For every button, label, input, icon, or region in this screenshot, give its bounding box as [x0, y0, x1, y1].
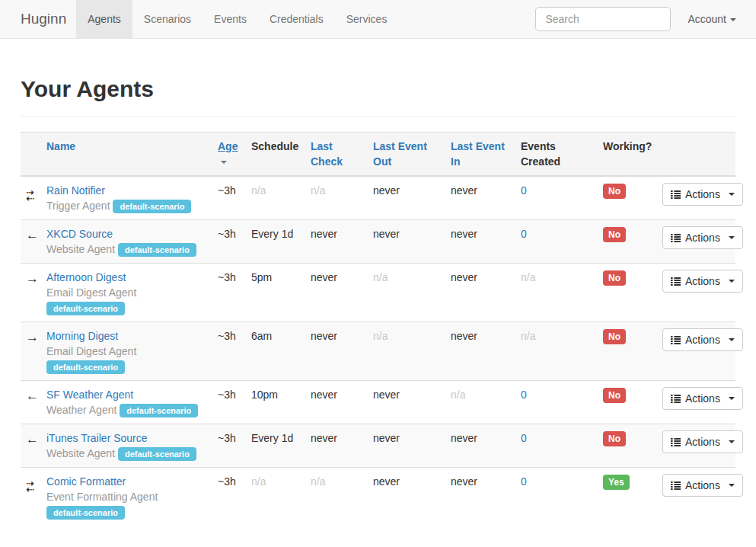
actions-button[interactable]: Actions	[662, 270, 743, 293]
column-header-name[interactable]: Name	[40, 133, 212, 177]
events-count-link[interactable]: 0	[521, 389, 527, 401]
sort-desc-icon	[221, 161, 227, 164]
cell-schedule: 5pm	[245, 264, 305, 322]
nav-item-services[interactable]: Services	[335, 0, 399, 38]
actions-button[interactable]: Actions	[662, 183, 743, 206]
cell-value: n/a	[373, 271, 388, 283]
list-icon	[671, 438, 681, 446]
cell-last-event-in: n/a	[445, 381, 515, 424]
cell-value: never	[373, 432, 400, 444]
cell-value: never	[311, 432, 337, 444]
actions-button[interactable]: Actions	[662, 474, 743, 497]
working-badge: No	[603, 329, 626, 344]
column-header-last-check[interactable]: Last Check	[305, 133, 367, 177]
actions-button-label: Actions	[685, 333, 720, 347]
navbar-menu: AgentsScenariosEventsCredentialsServices	[76, 0, 398, 38]
agent-name-link[interactable]: iTunes Trailer Source	[46, 432, 148, 444]
arrow-left-icon: ←	[26, 228, 39, 242]
cell-value: n/a	[521, 330, 535, 342]
cell-schedule: n/a	[245, 176, 305, 220]
page-title: Your Agents	[21, 76, 735, 101]
scenario-badge[interactable]: default-scenario	[46, 302, 125, 315]
actions-button[interactable]: Actions	[662, 328, 743, 351]
nav-item-events[interactable]: Events	[203, 0, 258, 38]
nav-item-agents[interactable]: Agents	[76, 0, 132, 38]
cell-age: ~3h	[212, 322, 245, 381]
scenario-badge[interactable]: default-scenario	[118, 243, 196, 257]
cell-value: n/a	[311, 184, 325, 197]
cell-last-event-in: never	[445, 264, 515, 322]
cell-value: ~3h	[218, 389, 236, 401]
column-header-last-event-in[interactable]: Last Event In	[445, 133, 515, 177]
cell-last-event-in: never	[445, 220, 515, 264]
events-count-link[interactable]: 0	[521, 432, 527, 444]
agent-name-link[interactable]: Rain Notifier	[46, 184, 105, 197]
cell-age: ~3h	[212, 264, 245, 322]
cell-value: Every 1d	[251, 432, 293, 444]
table-row: ←XKCD SourceWebsite Agent default-scenar…	[21, 220, 735, 264]
caret-down-icon	[729, 397, 735, 400]
scenario-badge[interactable]: default-scenario	[113, 200, 191, 213]
events-count-link[interactable]: 0	[521, 228, 527, 240]
caret-down-icon	[729, 440, 735, 443]
column-header-last-event-out[interactable]: Last Event Out	[367, 133, 445, 177]
cell-last-check: never	[305, 322, 367, 381]
cell-value: 6am	[251, 330, 272, 342]
events-count-link[interactable]: 0	[521, 475, 527, 488]
brand-link[interactable]: Huginn	[0, 0, 76, 38]
scenario-badge[interactable]: default-scenario	[46, 360, 125, 374]
actions-button-label: Actions	[685, 187, 720, 201]
search-input[interactable]	[535, 7, 671, 31]
cell-last-event-out: never	[367, 381, 445, 424]
cell-value: never	[311, 389, 337, 401]
caret-down-icon	[729, 193, 735, 196]
column-header-working: Working?	[597, 133, 656, 177]
agent-name-link[interactable]: SF Weather Agent	[46, 389, 133, 401]
events-count-link[interactable]: 0	[521, 184, 527, 197]
cell-last-event-out: never	[367, 468, 445, 526]
actions-button[interactable]: Actions	[662, 430, 743, 453]
cell-value: never	[451, 475, 477, 488]
navbar-right: Account	[535, 0, 756, 38]
cell-last-event-out: never	[367, 424, 445, 468]
cell-last-check: never	[305, 220, 367, 264]
account-menu[interactable]: Account	[687, 13, 736, 25]
cell-last-check: n/a	[305, 468, 367, 526]
actions-button-label: Actions	[685, 274, 720, 288]
scenario-badge[interactable]: default-scenario	[118, 447, 196, 461]
table-row: ⇢⇠Rain NotifierTrigger Agent default-sce…	[21, 176, 735, 220]
agents-table-body: ⇢⇠Rain NotifierTrigger Agent default-sce…	[21, 176, 735, 526]
cell-last-event-out: never	[367, 220, 445, 264]
column-header-age[interactable]: Age	[212, 133, 245, 177]
agent-name-link[interactable]: Afternoon Digest	[46, 271, 126, 283]
agent-type-label: Weather Agent	[46, 404, 116, 416]
agent-type-label: Website Agent	[46, 243, 115, 255]
scenario-badge[interactable]: default-scenario	[46, 506, 125, 520]
nav-item-credentials[interactable]: Credentials	[258, 0, 335, 38]
list-icon	[671, 395, 681, 403]
caret-down-icon	[729, 338, 735, 341]
cell-last-check: never	[305, 424, 367, 468]
cell-value: 5pm	[251, 271, 272, 283]
cell-value: never	[373, 228, 400, 240]
actions-button-label: Actions	[685, 435, 720, 449]
agent-name-link[interactable]: Morning Digest	[46, 330, 118, 342]
agent-name-link[interactable]: Comic Formatter	[46, 475, 126, 488]
actions-button-label: Actions	[685, 231, 720, 245]
cell-events-created: 0	[515, 381, 597, 424]
working-badge: Yes	[603, 475, 630, 490]
actions-button[interactable]: Actions	[662, 226, 743, 249]
cell-last-event-out: n/a	[367, 322, 445, 381]
actions-button[interactable]: Actions	[662, 387, 743, 410]
account-label: Account	[687, 13, 726, 25]
nav-item-scenarios[interactable]: Scenarios	[132, 0, 203, 38]
column-header-label: Working?	[603, 140, 652, 152]
scenario-badge[interactable]: default-scenario	[120, 404, 198, 417]
cell-schedule: Every 1d	[245, 220, 305, 264]
cell-value: Every 1d	[251, 228, 293, 240]
agent-name-link[interactable]: XKCD Source	[46, 228, 113, 240]
cell-age: ~3h	[212, 424, 245, 468]
cell-value: ~3h	[218, 475, 236, 488]
column-header-direction	[21, 133, 40, 177]
cell-value: never	[311, 228, 337, 240]
